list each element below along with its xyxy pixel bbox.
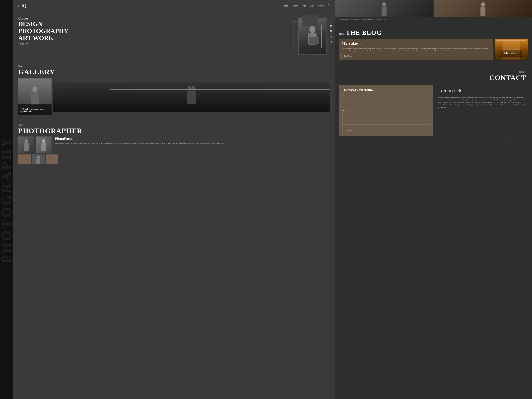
contact-form-box: I'll get back to you shortly.. Name Emai… — [339, 85, 433, 136]
gallery-title-line — [57, 74, 67, 74]
left-panel: cliQ Home Gallery Info Blog Cont — [13, 0, 335, 399]
contact-title: CONTACT — [489, 74, 526, 82]
name-field: Name — [342, 94, 430, 100]
photographer-company: PhotoFocus — [55, 137, 330, 141]
blog-card: Marrakesh Marrakesh isn't one of the bes… — [339, 39, 528, 61]
read-label: Read — [339, 32, 345, 35]
nav-item-home[interactable]: Home — [283, 4, 288, 7]
svg-rect-17 — [41, 143, 46, 151]
contact-info-box: Get In Touch Duis nisl sapien, elementum… — [436, 85, 528, 136]
photographer-heading: PHOTOGRAPHER — [18, 127, 330, 135]
nav-links: Home Gallery Info Blog Contact — [283, 4, 325, 7]
photographer-thumb-1 — [18, 137, 34, 153]
svg-point-6 — [331, 36, 332, 37]
contact-section: Detail CONTACT I'll get back to you shor… — [335, 67, 532, 153]
top-author-images — [335, 0, 532, 17]
vertical-bg-text: PHOTOGRAPHY — [0, 0, 13, 399]
author-text-area: by Scott Bourne: a man whose career in p… — [335, 17, 532, 22]
photographer-grid: PhotoFocus PhotoFocus is the website cre… — [18, 137, 330, 153]
gallery-quote-text: My gallery represents a lot of figurativ… — [20, 108, 44, 113]
svg-point-0 — [328, 5, 329, 6]
author-image-1 — [335, 0, 433, 17]
hero-headline: DESIGN PHOTOGRAPHY ART WORK — [18, 21, 330, 41]
email-field: Email — [342, 102, 430, 108]
gallery-frame — [110, 89, 330, 112]
gallery-couple-image — [53, 82, 330, 112]
photographer-description: PhotoFocus is the website created by Sco… — [55, 142, 330, 145]
blog-title: THE BLOG — [346, 29, 382, 36]
gallery-heading: GALLERY — [18, 68, 55, 76]
photographer-thumb-3 — [18, 154, 31, 165]
blog-card-image: Marrakesh — [494, 39, 528, 61]
gallery-section: See GALLERY Modeling — [13, 61, 335, 120]
svg-rect-9 — [31, 92, 38, 105]
gallery-grid: Modeling “ My gallery represents a lot o… — [18, 78, 330, 117]
author-image-2 — [434, 0, 532, 17]
nav-item-blog[interactable]: Blog — [310, 4, 314, 7]
blog-heading-line — [384, 34, 391, 34]
name-label: Name — [342, 94, 430, 96]
search-icon[interactable] — [328, 4, 330, 7]
svg-rect-21 — [381, 7, 386, 16]
email-input[interactable] — [342, 104, 430, 108]
contact-grid: I'll get back to you shortly.. Name Emai… — [339, 85, 528, 136]
facebook-icon[interactable] — [330, 41, 332, 44]
blog-post-title: Marrakesh — [342, 41, 490, 46]
svg-point-14 — [25, 139, 28, 143]
contact-heading: Detail CONTACT — [339, 70, 528, 82]
svg-point-16 — [42, 139, 45, 143]
create-label: Create — [18, 16, 28, 20]
svg-point-18 — [37, 156, 40, 159]
message-field: Message — [342, 110, 430, 125]
see-label: See — [18, 64, 330, 68]
contact-form-intro: I'll get back to you shortly.. — [342, 89, 430, 91]
svg-rect-15 — [24, 143, 29, 151]
svg-point-7 — [332, 36, 332, 36]
photographer-text-block: PhotoFocus PhotoFocus is the website cre… — [53, 137, 330, 153]
blog-section: Read THE BLOG Marrakesh Marrakesh isn't … — [335, 22, 532, 67]
nav-item-info[interactable]: Info — [303, 4, 306, 7]
right-panel: by Scott Bourne: a man whose career in p… — [335, 0, 532, 399]
gallery-quote: “ My gallery represents a lot of figurat… — [18, 104, 51, 115]
photographer-thumb-4 — [32, 154, 44, 165]
svg-point-22 — [481, 2, 485, 7]
gallery-modeling-image: Modeling “ My gallery represents a lot o… — [18, 78, 51, 115]
blog-card-text: Marrakesh Marrakesh isn't one of the bes… — [339, 39, 493, 61]
nav-item-gallery[interactable]: Gallery — [292, 4, 298, 7]
read-more-button[interactable]: Read More — [342, 54, 354, 58]
svg-rect-19 — [36, 159, 40, 164]
info-label: Info — [18, 123, 330, 127]
twitter-icon[interactable] — [330, 25, 332, 28]
hero-section: Create DESIGN PHOTOGRAPHY ART WORK Inspi… — [13, 11, 335, 61]
blog-image-frame — [496, 40, 526, 59]
email-label: Email — [342, 102, 430, 104]
instagram-icon[interactable] — [330, 36, 332, 38]
author-text: by Scott Bourne: a man whose career in p… — [339, 18, 528, 21]
photographer-thumb-5 — [46, 154, 58, 165]
svg-rect-23 — [481, 7, 485, 16]
contact-heading-row: CONTACT — [339, 74, 528, 82]
bottom-deco — [339, 136, 528, 149]
site-logo[interactable]: cliQ — [18, 3, 283, 8]
contact-info-text: Duis nisl sapien, elementum finibus ferm… — [438, 96, 525, 108]
submit-button[interactable]: Submite — [342, 129, 355, 133]
blog-heading: Read THE BLOG — [339, 29, 528, 36]
get-in-touch-heading: Get In Touch — [438, 88, 464, 94]
photographer-section: Info PHOTOGRAPHER — [13, 120, 335, 168]
bottom-frame — [510, 136, 526, 148]
gallery-title: See GALLERY — [18, 64, 330, 76]
name-input[interactable] — [342, 96, 430, 100]
hero-text: Create DESIGN PHOTOGRAPHY ART WORK Inspi… — [18, 16, 330, 48]
svg-rect-5 — [330, 36, 332, 38]
quote-mark: “ — [20, 106, 22, 110]
message-label: Message — [342, 110, 430, 112]
nav-item-contact[interactable]: Contact — [318, 4, 325, 7]
svg-point-20 — [382, 2, 386, 7]
social-icons — [330, 25, 332, 44]
hero-frame-2 — [303, 25, 322, 48]
blog-post-body: Marrakesh isn't one of the best photogra… — [342, 47, 490, 52]
pinterest-icon[interactable] — [330, 30, 332, 33]
photographer-thumb-2 — [36, 137, 51, 153]
message-textarea[interactable] — [342, 113, 430, 125]
svg-line-1 — [329, 6, 330, 6]
